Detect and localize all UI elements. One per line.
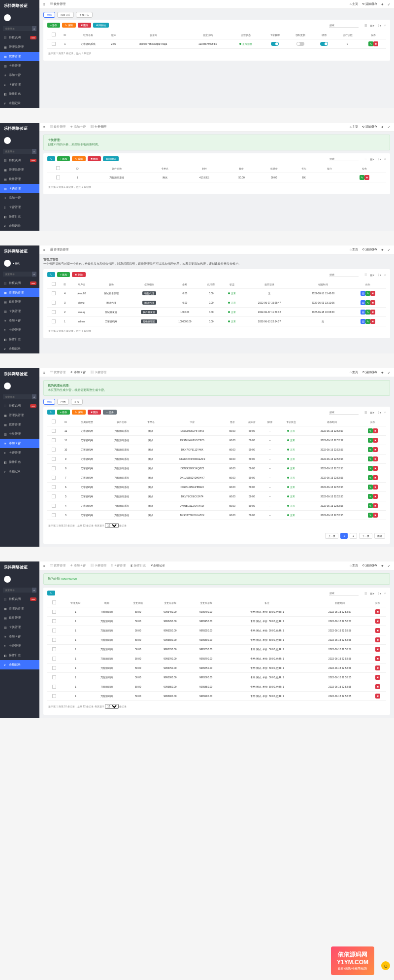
admin-table: ID用户名昵称权限细则余额已消费状态最后登录创建时间操作 4demo02测试销售…	[47, 280, 386, 326]
table-row[interactable]: 1刀客源码网50.009995700.009995700.00卡类: 测试, 单…	[47, 654, 386, 664]
breadcrumb[interactable]: ▤ 软件管理	[50, 2, 66, 6]
list-icon[interactable]: ☰	[364, 24, 367, 27]
sidebar-item-log[interactable]: ◧操作日志	[0, 89, 39, 99]
edit-button[interactable]: ✎ 编辑	[62, 23, 75, 28]
table-row[interactable]: 5刀客源码网刀客源码系统测试DKVY6CO6CXJA7460.0050.00–正…	[47, 492, 386, 501]
table-row[interactable]: 1admin刀客源码网超级管理员1000000.000.00正常2022-06-…	[47, 317, 386, 326]
row-edit-button[interactable]: ✎	[368, 41, 373, 46]
table-row[interactable]: 9刀客源码网刀客源码系统测试DK9D4X49N4WUEAF260.0050.00…	[47, 455, 386, 464]
sidebar-item-soft[interactable]: ▤软件管理	[0, 52, 39, 61]
avatar[interactable]	[4, 14, 11, 21]
recycle-button[interactable]: ♻ 回收站	[93, 23, 109, 28]
table-row[interactable]: 1刀客源码网50.009995600.009995600.00卡类: 测试, 单…	[47, 635, 386, 645]
tab-proj[interactable]: 项目公告	[57, 12, 74, 18]
table-row[interactable]: 2xasuq测试开发者软件开发者1000.000.00正常2022-06-07 …	[47, 308, 386, 317]
cardtype-table: ID软件名称卡类名到时售价提货价卡头备注操作 1刀客源码系统测试410.63天5…	[47, 164, 386, 182]
table-row[interactable]: 12刀客源码网刀客源码系统测试DK9E0006CPIFO84J60.0050.0…	[47, 426, 386, 436]
columns-icon[interactable]: ▦▾	[370, 24, 374, 27]
table-row[interactable]: 7刀客源码网刀客源码系统测试DK1U16562Y2HDHY760.0050.00…	[47, 473, 386, 483]
key-table: ID所属管理员软件名称卡类名卡密售价成本价解绑卡密状态添加时间操作 12刀客源码…	[47, 418, 386, 520]
clear-cache-link[interactable]: ⟲ 清除缓存	[362, 2, 377, 6]
table-row[interactable]: 1刀客源码网50.009995850.009995850.00卡类: 测试, 单…	[47, 682, 386, 692]
sidebar-item-key[interactable]: ≡卡密管理	[0, 80, 39, 89]
refresh-icon[interactable]: ⌕	[384, 24, 386, 27]
toggle-unbind[interactable]	[271, 42, 279, 46]
table-row[interactable]: 4刀客源码网刀客源码系统测试DK95BG6E2AAA4A0F60.0050.00…	[47, 501, 386, 511]
table-row[interactable]: 1刀客源码网50.009995550.009995550.00卡类: 测试, 单…	[47, 626, 386, 635]
toggle-update[interactable]	[296, 42, 304, 46]
tab-all[interactable]: 全部	[43, 12, 55, 18]
sidebar-item-admin[interactable]: ▦管理员管理	[0, 42, 39, 52]
table-row[interactable]: 1刀客源码网50.009995900.009995900.00卡类: 测试, 单…	[47, 692, 386, 701]
next-page[interactable]: 下一页	[359, 533, 372, 539]
table-row[interactable]: 1刀客源码网50.009995800.009995800.00卡类: 测试, 单…	[47, 673, 386, 682]
table-row[interactable]: 4demo02测试销售代理销售代理0.000.00正常无2022-08-11 1…	[47, 289, 386, 298]
sidebar-item-cat[interactable]: ▥卡类管理	[0, 61, 39, 70]
checkbox-all[interactable]	[52, 33, 56, 36]
table-row[interactable]: 11刀客源码网刀客源码系统测试DK9BNI4W2VOCSC660.0050.00…	[47, 436, 386, 445]
table-search-input[interactable]	[329, 23, 359, 28]
sidebar-item-bal[interactable]: ¥余额记录	[0, 99, 39, 108]
table-row[interactable]: 1刀客源码网50.009995750.009995750.00卡类: 测试, 单…	[47, 664, 386, 673]
tab-off[interactable]: 下线公告	[76, 12, 93, 18]
menu-search-input[interactable]	[3, 26, 32, 31]
table-row[interactable]: 1刀客源码网60.009995400.009995400.00卡类: 测试, 单…	[47, 607, 386, 617]
balance-table: 管理员ID昵称变更余额变更前余额变更后余额备注创建时间操作 1刀客源码网60.0…	[47, 598, 386, 701]
home-link[interactable]: ⌂ 主页	[350, 2, 358, 6]
sidebar-item-priv[interactable]: ☷特权说明new	[0, 33, 39, 42]
delete-button[interactable]: ✖ 删除	[78, 23, 91, 28]
toggle-call[interactable]	[320, 42, 328, 46]
software-table: ID软件名称版本安全码自定义码运营状态卡密解绑强制更新调用运行次数操作 1刀客源…	[47, 31, 386, 49]
table-row[interactable]: 1刀客源码网50.009995650.009995650.00卡类: 测试, 单…	[47, 645, 386, 654]
table-row[interactable]: 1刀客源码网50.009995450.009995450.00卡类: 测试, 单…	[47, 617, 386, 626]
table-row[interactable]: 8刀客源码网刀客源码系统测试DKN6K180X1KQGZJ60.0050.00–…	[47, 464, 386, 473]
expand-icon[interactable]: ⤢	[388, 2, 390, 6]
sidebar-item-addkey[interactable]: ✈添加卡密	[0, 70, 39, 80]
table-summary: 显示第 1 到第 1 条记录，总共 1 条记录	[47, 49, 386, 58]
table-row[interactable]: 1刀客源码系统2.008p0fxfx765mcJrgtq473ga1234567…	[47, 39, 386, 49]
prev-page[interactable]: 上一页	[325, 533, 338, 539]
search-icon[interactable]: ⌕	[32, 26, 36, 31]
refresh-button[interactable]: ↻	[47, 156, 55, 161]
hamburger-icon[interactable]: ≡	[43, 3, 45, 6]
brand-logo: 乐抖网络验证	[0, 0, 39, 11]
plane-icon[interactable]: ✈	[381, 2, 384, 6]
table-row[interactable]: 10刀客源码网刀客源码系统测试DKN7IOF6112Y46K60.0050.00…	[47, 445, 386, 455]
table-row[interactable]: 3demo测试代理测试代理0.000.00正常2022-06-07 15:25:…	[47, 298, 386, 308]
table-row[interactable]: 3刀客源码网刀客源码系统测试DK9CAY5IKD1KA7VK60.0050.00…	[47, 511, 386, 520]
row-del-button[interactable]: ✖	[373, 41, 378, 46]
export-icon[interactable]: ⇩▾	[377, 24, 381, 27]
table-row[interactable]: 6刀客源码网刀客源码系统测试DK2PJJ4SN4HB1EO60.0050.00–…	[47, 483, 386, 492]
add-button[interactable]: + 添加	[47, 23, 60, 28]
info-alert: 卡类管理:创建不同的卡类，来控制卡密到期时间。	[43, 135, 390, 150]
